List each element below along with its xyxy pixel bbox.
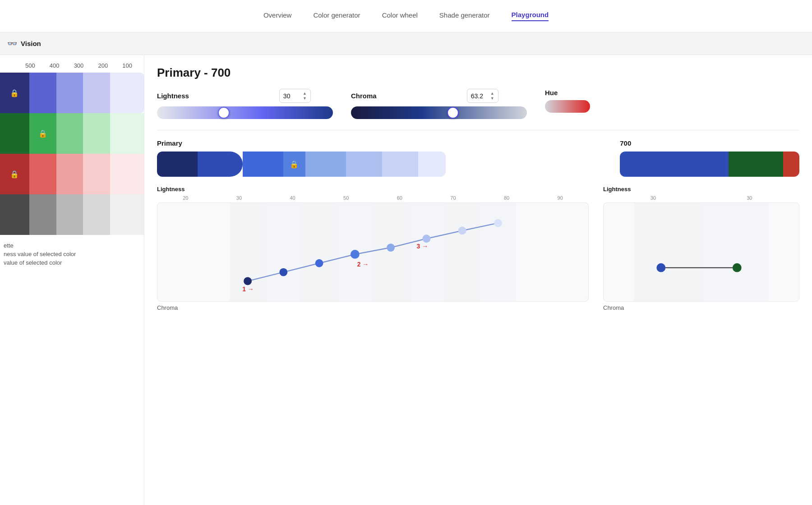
color-cell-blue-900[interactable]: 🔒 — [0, 73, 29, 113]
lightness-chart-area[interactable]: 1 → 2 → 3 → — [157, 202, 589, 302]
lightness-arrows[interactable]: ▲ ▼ — [303, 91, 307, 101]
x-label-70: 70 — [450, 195, 456, 201]
content-area: Primary - 700 Lightness 30 ▲ ▼ — [144, 55, 812, 505]
vision-icon: 👓 — [7, 39, 17, 49]
col-header-100: 100 — [116, 62, 138, 69]
hue-slider-track[interactable] — [545, 100, 590, 113]
color-cell-blue-300[interactable] — [83, 73, 110, 113]
lightness-up-arrow[interactable]: ▲ — [303, 91, 307, 96]
chroma-up-arrow[interactable]: ▲ — [490, 91, 494, 96]
sidebar: 500 400 300 200 100 🔒 🔒 — [0, 55, 144, 505]
chroma-label: Chroma — [351, 92, 377, 100]
lightness-chart-right-title: Lightness — [603, 186, 799, 193]
primary-swatch-700[interactable] — [243, 152, 283, 177]
col-header-200: 200 — [92, 62, 114, 69]
shade-700-green[interactable] — [729, 152, 783, 177]
dot-400[interactable] — [422, 234, 430, 243]
color-cell-red-900[interactable]: 🔒 — [0, 154, 29, 194]
arrow-1-label: 1 → — [242, 285, 254, 293]
lightness-slider-track[interactable] — [157, 106, 333, 119]
lock-icon-red: 🔒 — [10, 170, 19, 179]
primary-swatch-500[interactable] — [305, 152, 346, 177]
lock-icon-green: 🔒 — [38, 129, 47, 138]
right-dot-green[interactable] — [733, 263, 742, 272]
primary-swatch-600-lock[interactable]: 🔒 — [283, 152, 305, 177]
nav-shade-generator[interactable]: Shade generator — [439, 11, 490, 21]
nav-color-wheel[interactable]: Color wheel — [382, 11, 418, 21]
lightness-number[interactable]: 30 ▲ ▼ — [279, 89, 311, 103]
color-cell-red-500[interactable] — [29, 154, 56, 194]
dot-700[interactable] — [315, 259, 323, 267]
nav-color-generator[interactable]: Color generator — [313, 11, 360, 21]
svg-rect-5 — [409, 203, 444, 301]
primary-swatch-900[interactable] — [157, 152, 198, 177]
chroma-thumb[interactable] — [447, 107, 459, 119]
lightness-chart-right-area[interactable] — [603, 202, 799, 302]
section-title: Primary - 700 — [157, 66, 799, 80]
color-cell-gray-900[interactable] — [0, 194, 29, 235]
color-cell-green-400[interactable] — [56, 113, 83, 154]
right-dot-primary[interactable] — [656, 263, 665, 272]
dot-900[interactable] — [244, 277, 252, 285]
primary-swatch-300[interactable] — [382, 152, 418, 177]
primary-color-section: Primary 🔒 — [157, 139, 605, 177]
dot-200[interactable] — [494, 219, 502, 227]
primary-section-title: Primary — [157, 139, 605, 147]
x-label-r-30b: 30 — [747, 195, 752, 201]
color-cell-blue-500[interactable] — [29, 73, 56, 113]
lightness-down-arrow[interactable]: ▼ — [303, 96, 307, 101]
color-cell-gray-300[interactable] — [83, 194, 110, 235]
lock-icon-blue: 🔒 — [10, 89, 19, 97]
chroma-arrows[interactable]: ▲ ▼ — [490, 91, 494, 101]
svg-rect-7 — [480, 203, 516, 301]
col-header-300: 300 — [67, 62, 90, 69]
dot-600[interactable] — [351, 250, 360, 259]
lightness-value: 30 — [283, 92, 291, 100]
x-label-30: 30 — [236, 195, 242, 201]
color-cell-red-100[interactable] — [110, 154, 144, 194]
lightness-thumb[interactable] — [218, 107, 230, 119]
dot-300[interactable] — [458, 227, 466, 235]
color-cell-red-400[interactable] — [56, 154, 83, 194]
primary-swatch-800[interactable] — [198, 152, 243, 177]
svg-rect-2 — [301, 203, 337, 301]
color-cell-blue-100[interactable] — [110, 73, 144, 113]
chroma-number[interactable]: 63.2 ▲ ▼ — [467, 89, 498, 103]
x-label-20: 20 — [183, 195, 188, 201]
color-cell-green-500[interactable]: 🔒 — [29, 113, 56, 154]
chroma-value: 63.2 — [471, 92, 483, 100]
dot-800[interactable] — [279, 268, 287, 276]
color-cell-gray-100[interactable] — [110, 194, 144, 235]
color-cell-green-100[interactable] — [110, 113, 144, 154]
hue-slider-group: Hue — [545, 89, 590, 113]
svg-rect-6 — [444, 203, 480, 301]
main-layout: 500 400 300 200 100 🔒 🔒 — [0, 55, 812, 505]
lightness-chart-bottom-label: Chroma — [157, 304, 589, 311]
sidebar-label-palette: ette — [4, 242, 140, 249]
dot-500[interactable] — [387, 243, 395, 252]
arrow-2-label: 2 → — [357, 261, 369, 268]
lock-icon-primary: 🔒 — [290, 160, 299, 169]
shade-700-primary[interactable] — [620, 152, 729, 177]
nav-playground[interactable]: Playground — [512, 11, 549, 21]
nav-overview[interactable]: Overview — [263, 11, 292, 21]
color-cell-green-900[interactable] — [0, 113, 29, 154]
lightness-chart-title: Lightness — [157, 186, 589, 193]
svg-rect-4 — [373, 203, 409, 301]
primary-swatch-400[interactable] — [346, 152, 382, 177]
color-cell-gray-500[interactable] — [29, 194, 56, 235]
sidebar-label-lightness: ness value of selected color — [4, 251, 140, 257]
x-label-40: 40 — [290, 195, 295, 201]
color-cell-blue-400[interactable] — [56, 73, 83, 113]
color-cell-gray-400[interactable] — [56, 194, 83, 235]
chroma-down-arrow[interactable]: ▼ — [490, 96, 494, 101]
lightness-chart-right: Lightness 30 30 Chroma — [603, 186, 799, 311]
vision-bar[interactable]: 👓 Vision — [0, 32, 812, 55]
chroma-slider-track[interactable] — [351, 106, 527, 119]
color-cell-green-300[interactable] — [83, 113, 110, 154]
lightness-chart-right-svg — [604, 203, 799, 301]
color-cell-red-300[interactable] — [83, 154, 110, 194]
primary-swatch-200[interactable] — [418, 152, 446, 177]
svg-rect-8 — [634, 203, 701, 301]
shade-700-red[interactable] — [783, 152, 799, 177]
